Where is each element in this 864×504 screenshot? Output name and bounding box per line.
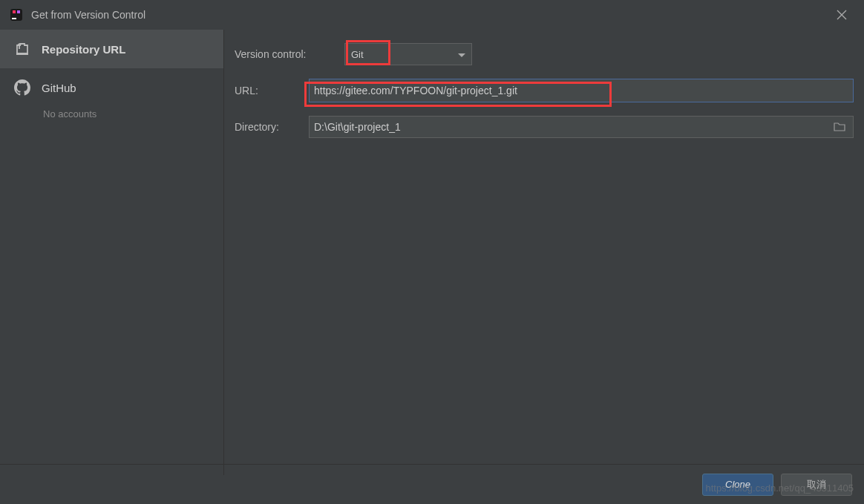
- footer: Clone 取消: [0, 464, 864, 504]
- svg-rect-2: [16, 53, 28, 55]
- content-panel: Version control: Git URL: Directory:: [224, 30, 864, 475]
- github-icon: [13, 79, 31, 96]
- repository-icon: [13, 40, 31, 58]
- directory-input-container: [309, 116, 854, 138]
- url-input-container: [309, 79, 854, 102]
- sidebar-item-repository-url[interactable]: Repository URL: [0, 30, 223, 68]
- sidebar-item-label: Repository URL: [42, 43, 125, 56]
- row-url: URL:: [235, 79, 854, 102]
- app-icon: [9, 7, 24, 22]
- version-control-select[interactable]: Git: [344, 43, 472, 65]
- folder-browse-icon[interactable]: [831, 121, 848, 134]
- version-control-label: Version control:: [235, 48, 344, 60]
- sidebar-item-github[interactable]: GitHub: [0, 68, 223, 107]
- sidebar: Repository URL GitHub No accounts: [0, 30, 224, 475]
- titlebar: Get from Version Control: [0, 0, 864, 30]
- chevron-down-icon: [458, 49, 465, 60]
- url-label: URL:: [235, 85, 304, 96]
- directory-input[interactable]: [314, 121, 831, 133]
- main-area: Repository URL GitHub No accounts Versio…: [0, 30, 864, 475]
- row-directory: Directory:: [235, 116, 854, 138]
- cancel-button[interactable]: 取消: [781, 474, 852, 496]
- version-control-value: Git: [351, 49, 364, 60]
- row-version-control: Version control: Git: [235, 43, 854, 65]
- svg-rect-1: [12, 18, 16, 19]
- clone-button[interactable]: Clone: [702, 474, 773, 496]
- directory-label: Directory:: [235, 121, 304, 133]
- url-input[interactable]: [314, 85, 848, 96]
- close-button[interactable]: [828, 1, 855, 28]
- window-title: Get from Version Control: [31, 9, 145, 21]
- sidebar-item-label: GitHub: [42, 82, 76, 94]
- sidebar-github-noaccounts: No accounts: [0, 107, 223, 125]
